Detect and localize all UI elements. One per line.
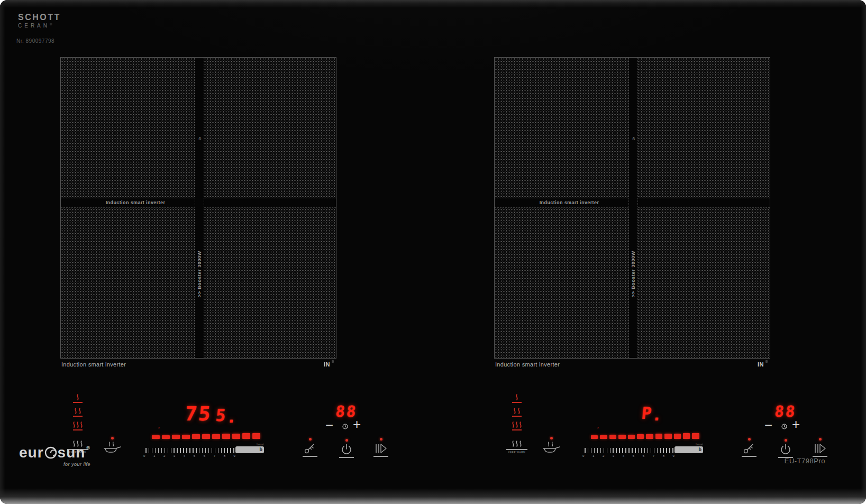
pause-play-icon <box>374 443 388 454</box>
zone-caption-label: Induction smart inverter <box>61 361 126 368</box>
fry-button[interactable] <box>538 437 564 454</box>
cooking-zone-right: Induction smart inverter IN » >> Booster… <box>494 57 770 368</box>
scale-number: 4 <box>623 454 624 457</box>
scale-tick <box>215 448 216 453</box>
scale-tick <box>183 448 184 453</box>
scale-number: 6 <box>204 454 205 457</box>
schott-ceran-logo: SCHOTT CERAN® <box>18 13 61 29</box>
display-decimal-dot: . <box>652 409 664 421</box>
keep-warm-icon <box>506 440 527 448</box>
scale-tick <box>168 448 169 453</box>
scale-tick <box>145 448 147 453</box>
scale-number: 4 <box>184 454 185 457</box>
zone-caption-in-badge: IN <box>324 361 330 368</box>
power-scale-numbers: 0123456789 <box>143 454 235 457</box>
slider-segment <box>646 434 653 439</box>
scale-number: 9 <box>234 454 235 457</box>
fry-button[interactable] <box>99 437 125 454</box>
registered-mark: ® <box>50 23 52 26</box>
cooking-zone-left: Induction smart inverter IN » >> Booster… <box>60 57 336 368</box>
ceran-wordmark: CERAN <box>18 23 50 29</box>
key-lock-icon <box>743 443 755 454</box>
slider-segment <box>618 435 625 439</box>
scale-tick <box>638 448 639 453</box>
slider-segment <box>609 435 616 439</box>
scale-number: 3 <box>174 454 175 457</box>
scale-tick <box>641 448 642 453</box>
key-underline <box>339 457 354 458</box>
power-indicator-dot <box>785 439 787 442</box>
slider-segment <box>600 435 607 439</box>
scale-number: 8 <box>224 454 225 457</box>
scale-tick <box>619 448 620 453</box>
timer-minus-button[interactable]: − <box>325 420 333 430</box>
scale-tick <box>628 448 630 453</box>
display-decimal-dot: . <box>226 411 238 423</box>
power-icon <box>779 444 792 455</box>
slider-segment <box>664 434 671 439</box>
scale-tick <box>152 448 153 453</box>
zone-caption-row: Induction smart inverter IN <box>60 361 336 368</box>
scale-number: 5 <box>194 454 195 457</box>
keep-warm-button[interactable]: KEEP WARM <box>502 440 532 454</box>
power-button[interactable] <box>777 439 795 458</box>
bezel-right <box>861 0 866 504</box>
slider-segment <box>628 435 635 439</box>
slider-segment <box>182 435 190 439</box>
boost-caption: boost <box>696 443 703 446</box>
pause-button[interactable] <box>811 438 829 457</box>
slider-segment <box>252 433 260 439</box>
boost-zone[interactable]: boost b <box>235 446 264 453</box>
power-button[interactable] <box>338 439 355 458</box>
bezel-top <box>0 0 866 7</box>
zone-band-label: Induction smart inverter <box>68 200 203 205</box>
boost-caption: boost <box>257 443 264 446</box>
scale-tick <box>174 448 175 453</box>
zone-caption-label: Induction smart inverter <box>495 361 560 368</box>
scale-tick <box>205 448 206 453</box>
scale-tick <box>227 448 228 453</box>
child-lock-button[interactable] <box>740 438 758 457</box>
scale-number: 8 <box>663 454 664 457</box>
power-slider[interactable] <box>152 431 260 439</box>
scale-tick <box>622 448 623 453</box>
slider-segment <box>655 434 662 439</box>
cooking-zone-surface[interactable]: Induction smart inverter IN » >> Booster… <box>60 57 336 359</box>
timer-plus-button[interactable]: + <box>353 419 361 429</box>
chevron-up-icon: » <box>196 137 203 140</box>
key-underline <box>303 456 317 457</box>
slider-segment <box>192 434 200 439</box>
slider-start-mark: × <box>597 425 599 430</box>
timer-display: 88 <box>325 404 369 419</box>
boost-zone[interactable]: boost b <box>674 446 703 453</box>
frying-pan-icon <box>102 442 122 454</box>
pause-button[interactable] <box>372 438 390 457</box>
power-slider[interactable] <box>591 431 699 439</box>
lock-indicator-dot <box>309 438 312 441</box>
slider-segment <box>232 434 240 439</box>
cooking-zone-surface[interactable]: Induction smart inverter IN » >> Booster… <box>494 57 770 359</box>
slider-segment <box>212 434 220 439</box>
zone-vertical-band: » >> Booster 3000W <box>628 58 638 358</box>
timer-plus-button[interactable]: + <box>792 419 800 429</box>
slider-segment <box>242 433 250 439</box>
brand-text-pre: eur <box>19 444 44 461</box>
child-lock-button[interactable] <box>301 438 319 457</box>
warm-level-3-icon <box>71 421 85 432</box>
timer-minus-button[interactable]: − <box>764 420 772 430</box>
scale-tick <box>644 448 645 453</box>
booster-label: >> Booster 3000W <box>197 251 202 297</box>
boost-glyph: b <box>260 447 263 452</box>
warm-level-3-icon <box>510 421 524 432</box>
chevron-up-icon: » <box>630 137 636 140</box>
scale-tick <box>180 448 181 453</box>
scale-tick <box>208 448 209 453</box>
scale-tick <box>218 448 219 453</box>
timer-icon <box>781 423 788 430</box>
serial-number: Nr. 890097798 <box>16 38 54 44</box>
swirl-o-icon <box>44 446 57 459</box>
scale-tick <box>613 448 614 453</box>
fry-indicator-dot <box>550 437 553 439</box>
warm-level-1-icon <box>71 393 85 405</box>
pause-indicator-dot <box>380 438 382 441</box>
